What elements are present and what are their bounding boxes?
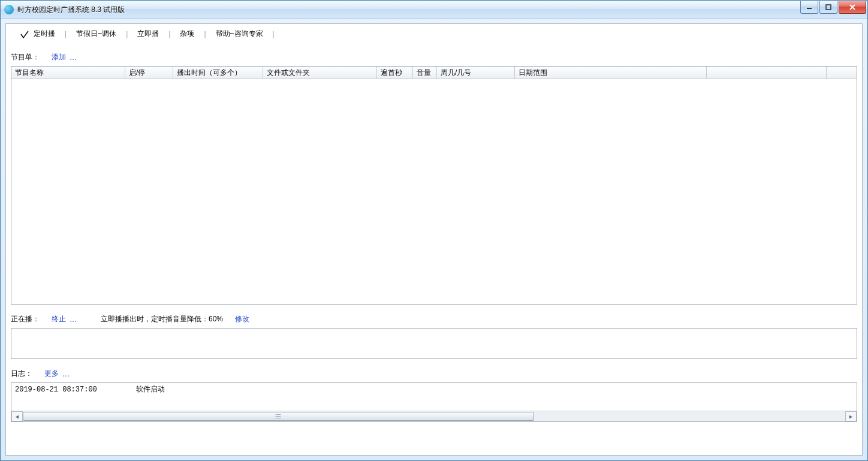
column-header[interactable]: 日期范围 [515, 67, 707, 79]
modify-link[interactable]: 修改 [235, 314, 249, 324]
menu-misc[interactable]: 杂项 [177, 29, 197, 39]
menu-separator: | [65, 30, 67, 38]
log-box: 2019-08-21 08:37:00 软件启动 ◄ ► [11, 382, 857, 422]
scroll-left-button[interactable]: ◄ [11, 411, 23, 421]
scroll-track[interactable] [23, 412, 845, 421]
now-playing-header: 正在播： 终止 … 立即播播出时，定时播音量降低：60% 修改 [6, 305, 862, 328]
now-playing-label: 正在播： [11, 314, 40, 324]
add-program-more-icon[interactable]: … [70, 53, 77, 62]
scroll-right-button[interactable]: ► [845, 411, 857, 421]
app-window: 时方校园定时广播系统 8.3 试用版 定时播 | 节假日~调休 | 立即播 | … [0, 0, 868, 461]
menu-separator: | [126, 30, 128, 38]
checkmark-icon [20, 30, 29, 38]
menubar: 定时播 | 节假日~调休 | 立即播 | 杂项 | 帮助~咨询专家 | [6, 24, 862, 43]
column-header[interactable] [707, 67, 827, 79]
column-header[interactable]: 启/停 [125, 67, 173, 79]
menu-separator: | [273, 30, 275, 38]
menu-separator: | [204, 30, 206, 38]
now-playing-list[interactable] [11, 328, 857, 359]
app-icon [4, 5, 14, 14]
volume-note-prefix: 立即播播出时，定时播音量降低： [101, 315, 209, 323]
volume-note: 立即播播出时，定时播音量降低：60% [101, 314, 223, 324]
log-more-icon[interactable]: … [62, 370, 70, 378]
svg-rect-1 [826, 5, 831, 10]
scroll-thumb[interactable] [23, 412, 534, 421]
column-header[interactable]: 遍首秒 [377, 67, 413, 79]
column-header[interactable]: 播出时间（可多个） [173, 67, 263, 79]
menu-help[interactable]: 帮助~咨询专家 [213, 29, 266, 39]
scroll-grip-icon [276, 414, 281, 418]
log-more-link[interactable]: 更多 [44, 369, 59, 379]
titlebar[interactable]: 时方校园定时广播系统 8.3 试用版 [1, 1, 867, 19]
add-program-link[interactable]: 添加 [52, 52, 66, 62]
menu-separator: | [168, 30, 170, 38]
program-list-label: 节目单： [11, 52, 40, 62]
column-header[interactable]: 周几/几号 [437, 67, 515, 79]
column-header[interactable]: 文件或文件夹 [263, 67, 377, 79]
log-label: 日志： [11, 369, 32, 379]
maximize-button[interactable] [819, 1, 837, 14]
window-title: 时方校园定时广播系统 8.3 试用版 [17, 5, 125, 15]
log-body[interactable]: 2019-08-21 08:37:00 软件启动 [11, 383, 857, 411]
menu-timed-broadcast[interactable]: 定时播 [31, 29, 58, 39]
volume-note-value: 60% [209, 315, 223, 323]
close-icon [849, 4, 856, 10]
log-hscrollbar[interactable]: ◄ ► [11, 411, 857, 421]
program-list-header: 节目单： 添加 … [6, 43, 862, 66]
program-table-header: 节目名称启/停播出时间（可多个）文件或文件夹遍首秒音量周几/几号日期范围 [11, 67, 857, 79]
program-table[interactable]: 节目名称启/停播出时间（可多个）文件或文件夹遍首秒音量周几/几号日期范围 [11, 66, 857, 305]
close-button[interactable] [839, 1, 866, 14]
menu-holiday[interactable]: 节假日~调休 [74, 29, 119, 39]
minimize-button[interactable] [800, 1, 818, 14]
stop-link[interactable]: 终止 [52, 314, 66, 324]
column-header[interactable]: 节目名称 [11, 67, 125, 79]
menu-immediate[interactable]: 立即播 [135, 29, 161, 39]
maximize-icon [825, 4, 831, 10]
minimize-icon [806, 4, 812, 10]
window-controls [799, 1, 866, 14]
log-header: 日志： 更多 … [6, 359, 862, 382]
stop-more-icon[interactable]: … [70, 315, 77, 324]
client-area: 定时播 | 节假日~调休 | 立即播 | 杂项 | 帮助~咨询专家 | 节目单：… [5, 23, 863, 456]
column-header[interactable]: 音量 [413, 67, 437, 79]
